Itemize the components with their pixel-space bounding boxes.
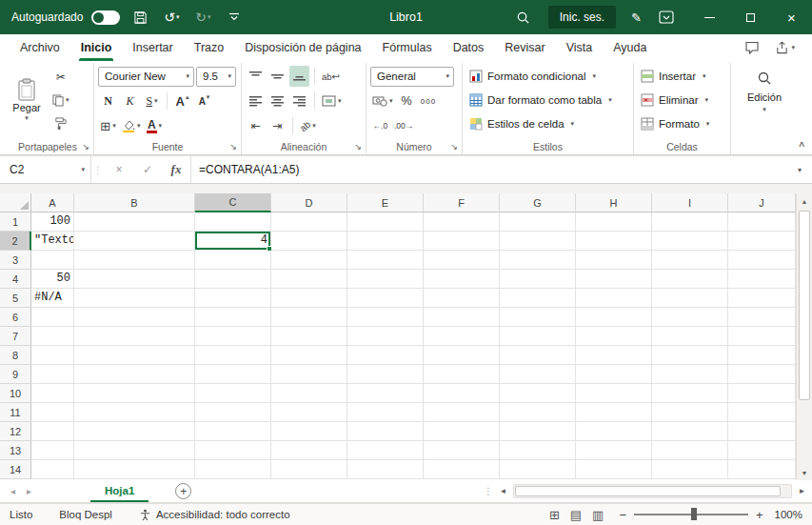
vertical-scroll-thumb[interactable] [799,211,810,400]
row-header-2[interactable]: 2 [0,232,31,251]
expand-formula-bar-button[interactable]: ▾ [787,156,812,183]
share-button[interactable]: ▾ [775,41,795,54]
cell-J1[interactable] [728,212,796,232]
fuente-dialog-launcher[interactable]: ↘ [229,142,237,151]
cell-D11[interactable] [271,403,347,422]
row-header-4[interactable]: 4 [0,270,31,289]
accessibility-checker[interactable]: Accesibilidad: todo correcto [139,509,290,521]
format-painter-button[interactable] [50,112,71,133]
next-sheet-button[interactable]: ▸ [21,486,37,496]
cell-C12[interactable] [195,422,271,441]
cell-C14[interactable] [195,460,271,479]
cell-B2[interactable] [74,232,195,251]
cell-G9[interactable] [500,365,576,384]
align-middle-button[interactable] [267,66,287,87]
redo-button[interactable]: ↻▾ [191,3,214,31]
cell-I5[interactable] [652,289,728,308]
cell-C9[interactable] [195,365,271,384]
cell-G11[interactable] [500,403,576,422]
cell-J12[interactable] [728,422,796,441]
zoom-slider-thumb[interactable] [691,508,697,520]
row-header-1[interactable]: 1 [0,212,31,232]
cell-F13[interactable] [424,441,500,460]
collapse-ribbon-button[interactable]: ^ [799,141,804,151]
cell-I10[interactable] [652,384,728,403]
numero-dialog-launcher[interactable]: ↘ [450,142,458,151]
accounting-format-button[interactable]: ▾ [370,91,395,111]
select-all-corner[interactable] [0,193,31,212]
row-header-12[interactable]: 12 [0,422,31,441]
cell-F3[interactable] [424,251,500,270]
cell-B6[interactable] [74,308,195,327]
cell-C4[interactable] [195,270,271,289]
cell-H14[interactable] [576,460,652,479]
cell-H2[interactable] [576,232,652,251]
cell-G12[interactable] [500,422,576,441]
cell-E4[interactable] [347,270,424,289]
cell-D2[interactable] [271,232,347,251]
cell-F6[interactable] [424,308,500,327]
find-select-button[interactable] [755,68,775,89]
cell-styles-button[interactable]: Estilos de celda ▾ [466,111,629,135]
cell-E9[interactable] [347,365,424,384]
cell-A8[interactable] [31,346,74,365]
cell-J5[interactable] [728,289,796,308]
cell-C1[interactable] [195,212,271,232]
vertical-scrollbar[interactable]: ▲ ▼ [796,193,812,480]
cell-F11[interactable] [424,403,500,422]
cell-E2[interactable] [347,232,424,251]
column-header-G[interactable]: G [500,193,576,212]
row-header-8[interactable]: 8 [0,346,31,365]
cell-H5[interactable] [576,289,652,308]
name-box[interactable]: C2 ▾ [0,156,91,183]
portapapeles-dialog-launcher[interactable]: ↘ [82,142,89,151]
tab-archivo[interactable]: Archivo [10,34,70,61]
cell-B5[interactable] [74,289,195,308]
number-format-combo[interactable]: General▾ [370,67,454,87]
cell-A2[interactable]: "Texto" [31,232,74,251]
cell-A4[interactable]: 50 [31,270,74,289]
cell-B14[interactable] [74,460,195,479]
increase-indent-button[interactable]: ⇥ [267,115,287,136]
font-size-combo[interactable]: 9.5▾ [196,67,236,87]
tab-inicio[interactable]: Inicio [70,34,123,61]
cell-C8[interactable] [195,346,271,365]
italic-button[interactable]: K [120,91,140,111]
column-header-C[interactable]: C [195,193,271,212]
cell-D9[interactable] [271,365,347,384]
cell-J4[interactable] [728,270,796,289]
cell-B4[interactable] [74,270,195,289]
page-layout-view-button[interactable]: ▤ [570,508,582,522]
cell-I7[interactable] [652,327,728,346]
cell-I3[interactable] [652,251,728,270]
cell-E12[interactable] [347,422,424,441]
cell-D3[interactable] [271,251,347,270]
scroll-down-button[interactable]: ▼ [797,465,812,480]
row-header-5[interactable]: 5 [0,289,31,308]
page-break-view-button[interactable]: ▥ [592,508,604,522]
cell-E7[interactable] [347,327,424,346]
new-sheet-button[interactable]: + [175,483,191,499]
align-left-button[interactable] [246,91,266,111]
cell-G6[interactable] [500,308,576,327]
cell-E11[interactable] [347,403,424,422]
cell-E14[interactable] [347,460,424,479]
cell-F4[interactable] [424,270,500,289]
cell-I12[interactable] [652,422,728,441]
font-name-combo[interactable]: Courier New▾ [98,67,194,87]
cell-D4[interactable] [271,270,347,289]
cell-J13[interactable] [728,441,796,460]
minimize-button[interactable] [689,0,730,34]
cell-E13[interactable] [347,441,424,460]
cell-G4[interactable] [500,270,576,289]
increase-font-size-button[interactable]: A▴ [172,91,192,111]
paste-button[interactable]: Pegar ▾ [6,64,48,136]
cell-J8[interactable] [728,346,796,365]
cell-G10[interactable] [500,384,576,403]
cell-A7[interactable] [31,327,74,346]
cell-E10[interactable] [347,384,424,403]
column-header-I[interactable]: I [652,193,728,212]
merge-center-button[interactable]: ▾ [320,91,344,111]
decrease-decimal-button[interactable]: .00→ [392,115,415,136]
maximize-button[interactable] [730,0,771,34]
